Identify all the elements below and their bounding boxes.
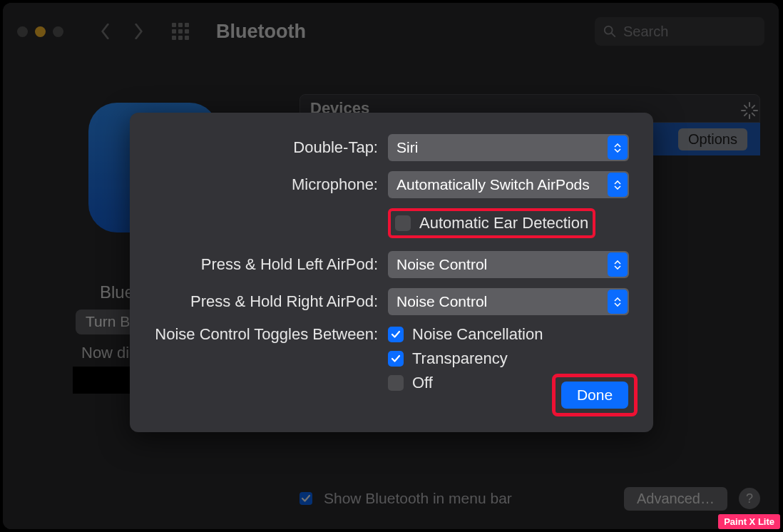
search-icon (603, 25, 616, 38)
bluetooth-status-label: Blue (100, 282, 134, 302)
off-label: Off (412, 374, 433, 392)
show-all-prefs-button[interactable] (172, 23, 189, 40)
noise-toggles-label: Noise Control Toggles Between: (151, 325, 388, 344)
window-title: Bluetooth (216, 21, 306, 43)
back-button[interactable] (99, 24, 112, 39)
close-window-button[interactable] (17, 26, 28, 37)
minimize-window-button[interactable] (35, 26, 46, 37)
discoverable-label: Now di (81, 344, 129, 362)
annotation-highlight: Done (552, 374, 638, 416)
microphone-label: Microphone: (151, 175, 388, 194)
off-checkbox[interactable] (388, 375, 404, 391)
press-right-select[interactable]: Noise Control (388, 288, 629, 315)
window-toolbar: Bluetooth Search (3, 3, 779, 60)
activity-spinner-icon (740, 101, 759, 120)
svg-line-5 (752, 113, 754, 116)
press-right-value: Noise Control (396, 293, 487, 310)
double-tap-select[interactable]: Siri (388, 134, 629, 161)
chevron-updown-icon (608, 290, 628, 314)
toolbar-nav-arrows (99, 24, 145, 39)
ear-detection-checkbox[interactable] (395, 215, 411, 231)
microphone-select[interactable]: Automatically Switch AirPods (388, 171, 629, 198)
double-tap-label: Double-Tap: (151, 138, 388, 157)
svg-line-3 (752, 106, 754, 108)
forward-button[interactable] (132, 24, 145, 39)
show-in-menubar-label: Show Bluetooth in menu bar (324, 490, 512, 507)
search-field[interactable]: Search (595, 17, 764, 46)
device-options-button[interactable]: Options (678, 128, 747, 150)
airpods-options-sheet: Double-Tap: Siri Microphone: Automati (130, 113, 653, 432)
svg-point-0 (605, 26, 613, 34)
press-left-label: Press & Hold Left AirPod: (151, 255, 388, 274)
noise-cancellation-label: Noise Cancellation (412, 325, 543, 344)
preferences-window: Bluetooth Search Blue Turn B Now di Devi… (3, 3, 779, 529)
advanced-button[interactable]: Advanced… (624, 487, 727, 511)
transparency-checkbox[interactable] (388, 351, 404, 367)
press-right-label: Press & Hold Right AirPod: (151, 292, 388, 311)
window-traffic-lights (17, 26, 63, 37)
press-left-value: Noise Control (396, 256, 487, 273)
chevron-updown-icon (608, 252, 628, 277)
svg-line-1 (612, 34, 615, 37)
annotation-highlight: Automatic Ear Detection (388, 208, 595, 238)
microphone-value: Automatically Switch AirPods (396, 176, 590, 193)
watermark-badge: Paint X Lite (718, 514, 780, 529)
chevron-updown-icon (608, 173, 628, 197)
show-in-menubar-checkbox[interactable] (300, 492, 312, 505)
search-placeholder: Search (623, 24, 668, 40)
help-button[interactable]: ? (739, 488, 760, 509)
double-tap-value: Siri (396, 139, 418, 156)
redaction-bar (73, 367, 130, 394)
noise-cancellation-checkbox[interactable] (388, 327, 404, 342)
ear-detection-label: Automatic Ear Detection (419, 214, 588, 232)
transparency-label: Transparency (412, 349, 508, 368)
zoom-window-button[interactable] (53, 26, 63, 37)
press-left-select[interactable]: Noise Control (388, 251, 629, 278)
svg-line-7 (744, 113, 747, 116)
done-button[interactable]: Done (561, 382, 628, 409)
svg-line-9 (744, 106, 747, 108)
pane-footer: Show Bluetooth in menu bar Advanced… ? (300, 482, 760, 515)
chevron-updown-icon (608, 135, 628, 160)
